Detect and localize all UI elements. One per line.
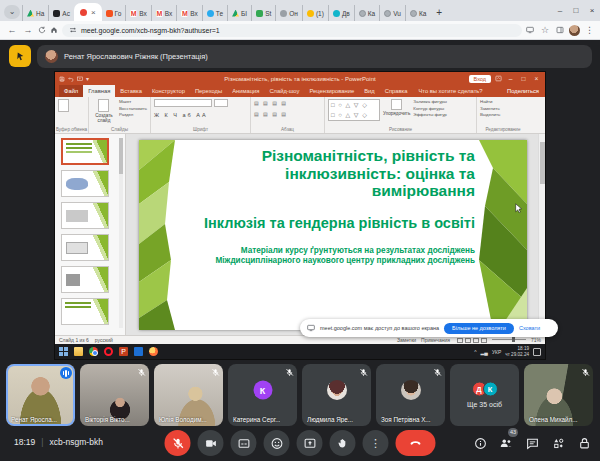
taskbar-clock[interactable]: 18:19 чт 29.02.24	[505, 346, 529, 357]
hang-up-button[interactable]	[396, 430, 436, 456]
zoom-slider[interactable]	[492, 339, 526, 340]
shape-fill-button[interactable]: Заливка фигуры	[413, 99, 447, 104]
browser-menu-icon[interactable]: ⋮	[585, 25, 594, 36]
arrange-button[interactable]: Упорядочить	[383, 99, 410, 116]
browser-tab[interactable]: Дв	[328, 5, 354, 21]
tab-search-button[interactable]: ⌄	[4, 5, 20, 19]
sign-in-button[interactable]: Вход	[469, 75, 491, 83]
section-button[interactable]: Раздел	[119, 112, 147, 117]
ribbon-tab-home[interactable]: Главная	[83, 85, 115, 97]
browser-tab[interactable]: БІ	[227, 5, 251, 21]
font-format-buttons[interactable]: Ж К Ч аб АА	[154, 112, 208, 118]
slideshow-icon[interactable]	[77, 76, 83, 82]
tab-close-icon[interactable]: ×	[91, 8, 96, 17]
stop-allowing-button[interactable]: Більше не дозволяти	[444, 323, 514, 334]
browser-tab[interactable]: Ка	[405, 5, 430, 21]
tray-expand-icon[interactable]: ^	[474, 349, 476, 355]
browser-tab[interactable]: (1)	[302, 5, 328, 21]
ribbon-tab-insert[interactable]: Вставка	[115, 85, 147, 97]
browser-tab[interactable]: St	[251, 5, 275, 21]
network-icon[interactable]: ▂▄	[481, 349, 488, 355]
camera-button[interactable]	[198, 430, 224, 456]
reactions-button[interactable]	[264, 430, 290, 456]
powerpoint-taskbar-icon[interactable]: P	[119, 347, 128, 356]
raise-hand-button[interactable]	[330, 430, 356, 456]
home-icon[interactable]	[50, 26, 58, 34]
window-close-button[interactable]: ×	[584, 0, 600, 21]
save-icon[interactable]	[59, 76, 65, 82]
more-participants-tile[interactable]: Д К Ще 35 осіб	[450, 364, 519, 426]
reset-button[interactable]: Восстановить	[119, 106, 147, 111]
browser-tab[interactable]: MВх	[151, 5, 177, 21]
new-slide-button[interactable]: Создать слайд	[92, 99, 116, 123]
browser-tab[interactable]: MВх	[176, 5, 202, 21]
screen-share-indicator-icon[interactable]	[526, 26, 534, 34]
shape-effects-button[interactable]: Эффекты фигур	[413, 112, 447, 117]
ribbon-tab-design[interactable]: Конструктор	[147, 85, 190, 97]
browser-tab[interactable]: Vu	[379, 5, 405, 21]
profile-avatar[interactable]	[569, 25, 580, 36]
presentation-pin-button[interactable]	[9, 45, 31, 67]
file-explorer-icon[interactable]	[74, 347, 83, 356]
ribbon-tab-view[interactable]: Вид	[359, 85, 380, 97]
opera-icon[interactable]	[104, 347, 113, 356]
shape-outline-button[interactable]: Контур фигуры	[413, 106, 447, 111]
reload-icon[interactable]	[38, 26, 46, 34]
slide-thumbnail-4[interactable]	[61, 234, 109, 261]
ppt-maximize-button[interactable]: □	[519, 75, 528, 82]
paragraph-buttons-row2[interactable]: ▤ ▤ ▤ ▤	[254, 110, 288, 118]
hide-link[interactable]: Сховати	[519, 325, 540, 331]
window-maximize-button[interactable]: □	[568, 0, 584, 21]
site-settings-icon[interactable]	[69, 26, 77, 34]
slide-thumbnail-2[interactable]	[61, 170, 109, 197]
participant-tile[interactable]: Людмила Яре...	[302, 364, 371, 426]
view-switcher-buttons[interactable]	[455, 337, 487, 343]
browser-tab[interactable]: Те	[202, 5, 227, 21]
canvas-scrollbar[interactable]	[538, 134, 545, 335]
back-icon[interactable]: ←	[6, 25, 18, 35]
participant-tile[interactable]: К Катерина Серг...	[228, 364, 297, 426]
ribbon-tab-file[interactable]: Файл	[59, 85, 83, 97]
ribbon-tab-help[interactable]: Справка	[380, 85, 413, 97]
browser-tab[interactable]: На	[22, 5, 48, 21]
slide-thumbnail-5[interactable]	[61, 266, 109, 293]
replace-button[interactable]: Заменить	[480, 106, 500, 111]
paragraph-buttons-row1[interactable]: ▤ ▤ ▤ ▤	[254, 99, 288, 107]
ribbon-options-icon[interactable]	[495, 75, 502, 82]
language-switcher[interactable]: УКР	[492, 349, 501, 355]
language-indicator[interactable]: русский	[95, 337, 113, 343]
more-options-button[interactable]: ⋮	[363, 430, 389, 456]
mic-mute-button[interactable]	[165, 430, 191, 456]
browser-tab[interactable]: Ас	[48, 5, 74, 21]
meeting-details-button[interactable]	[472, 435, 488, 451]
browser-tab[interactable]: Он	[275, 5, 302, 21]
firefox-icon[interactable]	[149, 347, 158, 356]
font-name-box[interactable]	[154, 99, 212, 107]
people-button[interactable]: 43	[498, 435, 514, 451]
ppt-close-button[interactable]: ×	[532, 75, 541, 82]
bookmark-star-icon[interactable]: ☆	[539, 25, 551, 35]
start-button[interactable]	[59, 347, 68, 356]
tell-me-box[interactable]: Что вы хотите сделать?	[418, 88, 482, 94]
qat-caret-icon[interactable]: ▾	[86, 76, 89, 82]
activities-button[interactable]	[550, 435, 566, 451]
comments-button[interactable]: Примечания	[421, 337, 450, 343]
font-size-box[interactable]	[214, 99, 228, 107]
browser-tab[interactable]: Го	[102, 5, 126, 21]
forward-icon[interactable]: →	[22, 25, 34, 35]
side-panel-icon[interactable]	[556, 26, 564, 34]
window-minimize-button[interactable]: –	[552, 0, 568, 21]
ribbon-tab-slideshow[interactable]: Слайд-шоу	[264, 85, 304, 97]
participant-tile[interactable]: Юлія Володим...	[154, 364, 223, 426]
photos-icon[interactable]	[134, 347, 143, 356]
browser-tab[interactable]: MВх	[125, 5, 151, 21]
participant-tile[interactable]: Вікторія Вікто...	[80, 364, 149, 426]
browser-tab-active-meet[interactable]: ×	[74, 3, 102, 21]
paste-button[interactable]	[58, 99, 69, 112]
zoom-level[interactable]: 71%	[531, 337, 541, 343]
host-controls-button[interactable]	[576, 435, 592, 451]
thumbnail-scrollbar[interactable]	[119, 138, 123, 328]
ribbon-tab-transitions[interactable]: Переходы	[190, 85, 227, 97]
chat-button[interactable]	[524, 435, 540, 451]
action-center-icon[interactable]	[533, 348, 541, 356]
